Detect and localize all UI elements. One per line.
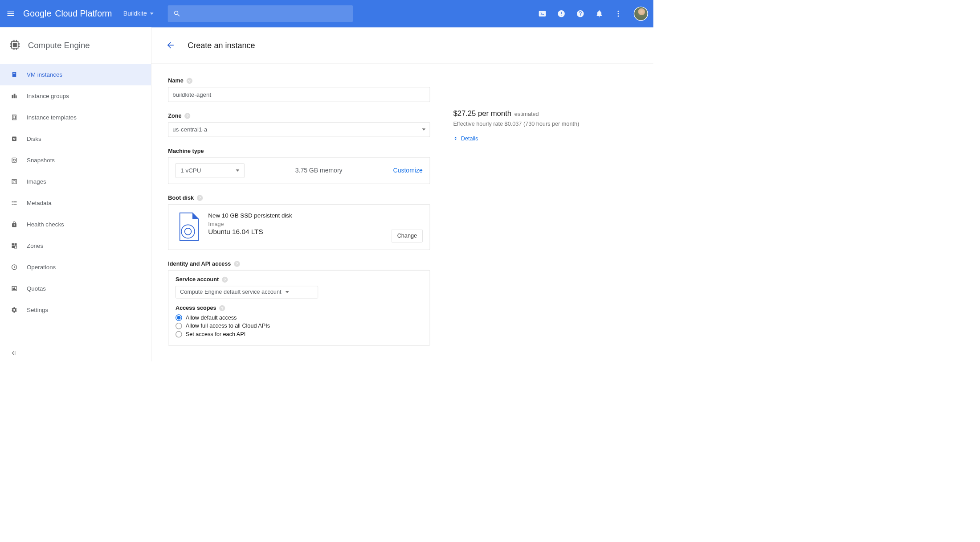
machine-type-label: Machine type <box>168 148 204 154</box>
sidebar-item-settings[interactable]: Settings <box>0 299 151 320</box>
product-logo[interactable]: Google Cloud Platform <box>23 9 112 19</box>
svg-rect-20 <box>14 94 16 98</box>
notifications-icon[interactable] <box>595 9 604 18</box>
access-scope-option[interactable]: Allow default access <box>176 314 423 321</box>
feedback-icon[interactable] <box>557 9 566 18</box>
sidebar-item-metadata[interactable]: Metadata <box>0 192 151 214</box>
help-icon[interactable]: ? <box>234 261 240 267</box>
sidebar-collapse-button[interactable] <box>0 345 151 361</box>
service-account-label: Service account <box>176 276 219 283</box>
sidebar-item-label: Settings <box>27 307 48 313</box>
radio-label: Set access for each API <box>186 331 245 338</box>
cost-estimated: estimated <box>514 111 539 117</box>
sidebar-item-label: Zones <box>27 242 43 249</box>
svg-rect-32 <box>13 201 16 201</box>
expand-icon <box>453 136 458 141</box>
compute-engine-icon <box>8 38 23 53</box>
cloud-shell-icon[interactable] <box>538 9 547 18</box>
svg-rect-38 <box>15 243 17 246</box>
project-picker[interactable]: Buildkite <box>120 10 156 17</box>
sidebar-item-quotas[interactable]: Quotas <box>0 278 151 299</box>
top-app-bar: Google Cloud Platform Buildkite <box>0 0 653 27</box>
svg-rect-30 <box>13 181 16 183</box>
svg-rect-44 <box>14 288 15 290</box>
quotas-icon <box>10 284 19 293</box>
svg-point-47 <box>181 225 195 238</box>
svg-point-2 <box>618 16 619 17</box>
sidebar-item-operations[interactable]: Operations <box>0 256 151 278</box>
access-scope-option[interactable]: Allow full access to all Cloud APIs <box>176 323 423 329</box>
access-scope-option[interactable]: Set access for each API <box>176 331 423 338</box>
chevron-down-icon <box>236 169 239 172</box>
svg-rect-29 <box>12 179 16 184</box>
sidebar-item-vm-instances[interactable]: VM instances <box>0 64 151 85</box>
boot-disk-label: Boot disk <box>168 195 194 201</box>
help-icon[interactable]: ? <box>187 78 192 84</box>
svg-rect-33 <box>12 203 13 203</box>
operations-icon <box>10 263 19 271</box>
page-header: Create an instance <box>151 27 653 64</box>
sidebar-item-instance-groups[interactable]: Instance groups <box>0 85 151 107</box>
vm-instances-icon <box>10 70 19 79</box>
zone-select-value: us-central1-a <box>172 126 207 133</box>
svg-rect-34 <box>13 203 16 203</box>
menu-icon[interactable] <box>5 8 16 19</box>
metadata-icon <box>10 199 19 207</box>
svg-point-0 <box>618 11 619 12</box>
zone-field-label: Zone <box>168 113 181 119</box>
svg-rect-18 <box>13 73 16 74</box>
sidebar-item-label: Snapshots <box>27 157 55 164</box>
project-name: Buildkite <box>123 10 147 17</box>
sidebar-header[interactable]: Compute Engine <box>0 27 151 64</box>
images-icon <box>10 177 19 186</box>
svg-rect-31 <box>12 201 13 201</box>
help-icon[interactable] <box>576 9 584 18</box>
disks-icon <box>10 135 19 143</box>
svg-point-28 <box>13 159 16 161</box>
help-icon[interactable]: ? <box>184 113 190 119</box>
help-icon[interactable]: ? <box>222 277 228 283</box>
boot-disk-desc: New 10 GB SSD persistent disk <box>208 212 421 219</box>
machine-type-box: 1 vCPU 3.75 GB memory Customize <box>168 157 430 184</box>
search-icon <box>173 10 180 17</box>
settings-icon <box>10 306 19 314</box>
svg-rect-4 <box>13 43 16 46</box>
search-input[interactable] <box>167 5 353 22</box>
sidebar-item-health-checks[interactable]: Health checks <box>0 214 151 235</box>
sidebar-item-label: Images <box>27 178 46 185</box>
service-account-select[interactable]: Compute Engine default service account <box>176 286 318 298</box>
back-arrow-icon[interactable] <box>166 40 175 50</box>
radio-icon <box>176 331 182 338</box>
sidebar-item-disks[interactable]: Disks <box>0 128 151 149</box>
svg-rect-27 <box>12 158 16 162</box>
sidebar-item-label: Instance templates <box>27 114 77 121</box>
user-avatar[interactable] <box>634 7 648 21</box>
vcpu-select[interactable]: 1 vCPU <box>176 163 245 178</box>
sidebar-item-snapshots[interactable]: Snapshots <box>0 149 151 171</box>
svg-point-1 <box>618 13 619 14</box>
memory-text: 3.75 GB memory <box>245 167 393 174</box>
health-checks-icon <box>10 220 19 229</box>
change-button[interactable]: Change <box>392 230 423 242</box>
svg-rect-37 <box>12 243 14 246</box>
sidebar-item-instance-templates[interactable]: Instance templates <box>0 107 151 128</box>
page-title: Create an instance <box>188 41 255 50</box>
chevron-down-icon <box>286 290 289 294</box>
sidebar-item-images[interactable]: Images <box>0 171 151 192</box>
customize-link[interactable]: Customize <box>393 167 423 174</box>
help-icon[interactable]: ? <box>197 195 203 201</box>
more-vert-icon[interactable] <box>614 9 623 18</box>
name-input[interactable] <box>168 87 430 102</box>
sidebar-item-label: Health checks <box>27 221 64 228</box>
svg-rect-35 <box>12 204 13 205</box>
sidebar-item-label: Quotas <box>27 285 46 292</box>
svg-rect-45 <box>15 289 16 290</box>
zone-select[interactable]: us-central1-a <box>168 122 430 137</box>
sidebar-item-zones[interactable]: Zones <box>0 235 151 256</box>
details-link[interactable]: Details <box>453 136 579 142</box>
sidebar-item-label: VM instances <box>27 71 62 78</box>
disk-icon <box>177 212 200 242</box>
sidebar-title: Compute Engine <box>28 41 90 50</box>
radio-label: Allow default access <box>186 314 237 321</box>
help-icon[interactable]: ? <box>219 305 225 311</box>
